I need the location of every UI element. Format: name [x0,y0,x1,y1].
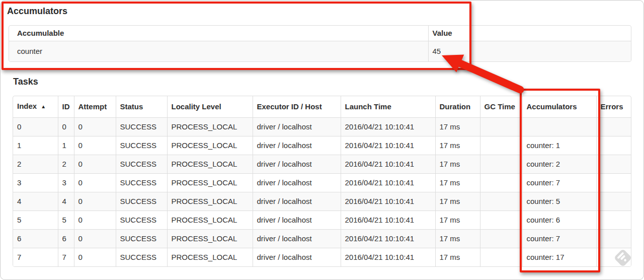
task-row: 000SUCCESSPROCESS_LOCALdriver / localhos… [13,118,631,136]
task-cell-id: 7 [58,248,74,267]
task-cell-index: 6 [13,230,58,248]
task-cell-attempt: 0 [74,230,116,248]
task-cell-status: SUCCESS [116,155,167,174]
task-cell-id: 6 [58,230,74,248]
column-header-label: Errors [601,102,623,111]
task-cell-attempt: 0 [74,136,116,155]
task-cell-accumulators: counter: 7 [522,230,596,248]
column-header-index[interactable]: Index▲ [13,96,58,118]
tasks-table: Index▲IDAttemptStatusLocality LevelExecu… [13,96,631,267]
task-row: 330SUCCESSPROCESS_LOCALdriver / localhos… [13,174,631,192]
column-header-errors[interactable]: Errors [596,96,631,118]
task-cell-executor-id-host: driver / localhost [253,248,341,267]
task-row: 660SUCCESSPROCESS_LOCALdriver / localhos… [13,230,631,248]
column-header-label: GC Time [485,102,515,111]
task-cell-id: 2 [58,155,74,174]
task-cell-accumulators: counter: 6 [522,211,596,230]
column-header-label: Executor ID / Host [257,102,322,111]
column-header-id[interactable]: ID [58,96,74,118]
task-cell-gc-time [480,155,522,174]
task-cell-duration: 17 ms [435,118,480,136]
task-cell-executor-id-host: driver / localhost [253,155,341,174]
task-cell-duration: 17 ms [435,248,480,267]
task-cell-index: 7 [13,248,58,267]
task-cell-launch-time: 2016/04/21 10:10:41 [341,248,435,267]
task-cell-id: 5 [58,211,74,230]
task-cell-attempt: 0 [74,155,116,174]
task-cell-index: 5 [13,211,58,230]
task-cell-errors [596,118,631,136]
task-cell-status: SUCCESS [116,248,167,267]
task-cell-id: 4 [58,192,74,211]
task-cell-errors [596,230,631,248]
task-cell-duration: 17 ms [435,211,480,230]
column-header-label: ID [62,102,70,111]
column-header-label: Status [120,102,143,111]
column-header-label: Duration [440,102,471,111]
task-cell-gc-time [480,248,522,267]
task-cell-locality-level: PROCESS_LOCAL [167,155,253,174]
task-cell-gc-time [480,174,522,192]
task-cell-duration: 17 ms [435,230,480,248]
task-cell-gc-time [480,118,522,136]
column-header-attempt[interactable]: Attempt [74,96,116,118]
task-cell-status: SUCCESS [116,136,167,155]
task-cell-gc-time [480,192,522,211]
task-cell-id: 3 [58,174,74,192]
task-cell-index: 0 [13,118,58,136]
task-cell-attempt: 0 [74,211,116,230]
task-cell-locality-level: PROCESS_LOCAL [167,230,253,248]
column-header-duration[interactable]: Duration [435,96,480,118]
task-cell-locality-level: PROCESS_LOCAL [167,192,253,211]
task-cell-index: 1 [13,136,58,155]
task-row: 770SUCCESSPROCESS_LOCALdriver / localhos… [13,248,631,267]
task-cell-index: 2 [13,155,58,174]
task-cell-launch-time: 2016/04/21 10:10:41 [341,230,435,248]
task-cell-attempt: 0 [74,174,116,192]
task-cell-locality-level: PROCESS_LOCAL [167,118,253,136]
column-header-status[interactable]: Status [116,96,167,118]
tasks-header-row: Index▲IDAttemptStatusLocality LevelExecu… [13,96,631,118]
task-cell-errors [596,192,631,211]
task-cell-locality-level: PROCESS_LOCAL [167,136,253,155]
column-header-label: Accumulators [527,102,577,111]
accumulable-name: counter [9,41,428,62]
task-cell-launch-time: 2016/04/21 10:10:41 [341,118,435,136]
task-cell-errors [596,211,631,230]
column-header-accumulators[interactable]: Accumulators [522,96,596,118]
task-cell-gc-time [480,136,522,155]
task-cell-accumulators: counter: 1 [522,136,596,155]
column-header-launch-time[interactable]: Launch Time [341,96,435,118]
accumulators-table: Accumulable Value counter 45 [9,25,631,62]
task-cell-executor-id-host: driver / localhost [253,230,341,248]
task-cell-status: SUCCESS [116,211,167,230]
task-cell-id: 0 [58,118,74,136]
task-cell-accumulators: counter: 17 [522,248,596,267]
task-cell-attempt: 0 [74,248,116,267]
column-header-gc-time[interactable]: GC Time [480,96,522,118]
column-header-label: Launch Time [345,102,391,111]
task-row: 440SUCCESSPROCESS_LOCALdriver / localhos… [13,192,631,211]
task-row: 220SUCCESSPROCESS_LOCALdriver / localhos… [13,155,631,174]
task-row: 550SUCCESSPROCESS_LOCALdriver / localhos… [13,211,631,230]
column-header-executor-id-host[interactable]: Executor ID / Host [253,96,341,118]
task-cell-locality-level: PROCESS_LOCAL [167,211,253,230]
task-cell-status: SUCCESS [116,118,167,136]
task-cell-gc-time [480,211,522,230]
task-cell-accumulators: counter: 5 [522,192,596,211]
task-cell-executor-id-host: driver / localhost [253,192,341,211]
task-cell-status: SUCCESS [116,230,167,248]
column-header-label: Locality Level [172,102,221,111]
task-cell-index: 3 [13,174,58,192]
column-header-label: Index [17,102,37,110]
column-header-locality-level[interactable]: Locality Level [167,96,253,118]
task-cell-launch-time: 2016/04/21 10:10:41 [341,192,435,211]
task-cell-launch-time: 2016/04/21 10:10:41 [341,155,435,174]
task-cell-launch-time: 2016/04/21 10:10:41 [341,136,435,155]
stamp-watermark-icon [613,248,632,267]
accumulator-row: counter 45 [9,41,631,62]
task-cell-duration: 17 ms [435,174,480,192]
task-cell-attempt: 0 [74,192,116,211]
task-cell-index: 4 [13,192,58,211]
task-cell-status: SUCCESS [116,192,167,211]
